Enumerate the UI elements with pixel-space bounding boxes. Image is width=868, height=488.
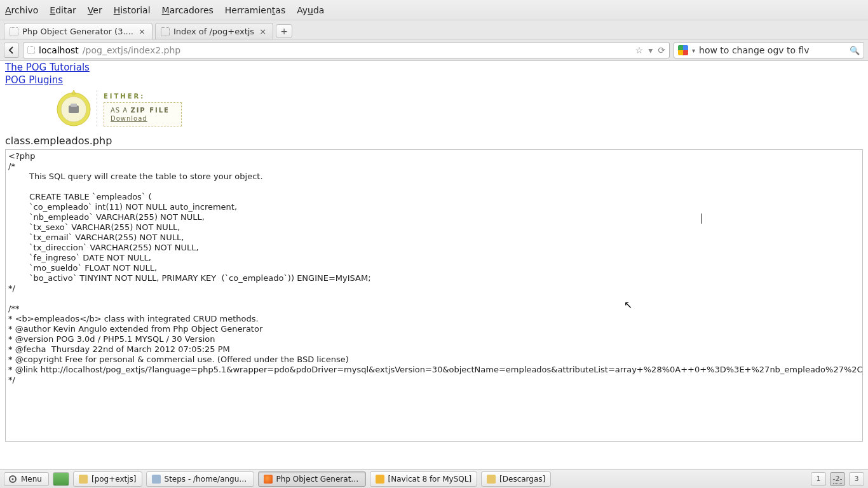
gear-icon	[8, 475, 17, 484]
text-editor-icon	[152, 475, 161, 484]
page-viewport: The POG Tutorials POG Plugins	[0, 61, 868, 469]
back-button[interactable]	[4, 43, 19, 58]
task-label: Php Object Generato...	[276, 475, 360, 484]
link-pog-tutorials[interactable]: The POG Tutorials	[5, 61, 863, 74]
svg-point-5	[12, 478, 14, 480]
tab-index-pog-extjs[interactable]: Index of /pog+extjs ×	[155, 23, 273, 39]
menu-herramientas[interactable]: Herramientas	[225, 5, 285, 15]
start-menu-label: Menu	[21, 475, 42, 484]
zip-download-box: AS A ZIP FILE Download	[104, 102, 182, 126]
url-host: localhost	[39, 45, 79, 55]
code-textarea[interactable]: <?php /* This SQL query will create the …	[5, 149, 863, 442]
tab-pog-generator[interactable]: Php Object Generator (3.... ×	[4, 23, 153, 39]
folder-icon	[487, 475, 496, 484]
gear-badge-icon	[55, 90, 93, 128]
browser-toolbar: localhost/pog_extjs/index2.php ☆ ▾ ⟳ ▾ h…	[0, 39, 868, 61]
task-gedit-steps[interactable]: Steps - /home/angul...	[146, 471, 254, 487]
new-tab-button[interactable]: +	[276, 24, 292, 38]
link-pog-plugins[interactable]: POG Plugins	[5, 74, 863, 86]
search-value: how to change ogv to flv	[699, 45, 846, 55]
reload-icon[interactable]: ⟳	[658, 45, 665, 55]
workspace-3[interactable]: 3	[849, 472, 864, 486]
task-label: [pog+extjs]	[92, 475, 137, 484]
task-navicat[interactable]: [Navicat 8 for MySQL]	[370, 471, 478, 487]
tab-close-icon[interactable]: ×	[137, 27, 147, 36]
menu-ayuda[interactable]: Ayuda	[297, 5, 324, 15]
task-filemanager-descargas[interactable]: [Descargas]	[481, 471, 551, 487]
navicat-icon	[376, 475, 384, 484]
google-icon	[678, 45, 688, 55]
menu-archivo[interactable]: Archivo	[5, 5, 38, 15]
menu-editar[interactable]: Editar	[50, 5, 76, 15]
start-menu-button[interactable]: Menu	[4, 472, 49, 486]
firefox-icon	[264, 475, 273, 484]
search-bar[interactable]: ▾ how to change ogv to flv 🔍	[674, 42, 864, 58]
os-menubar: Archivo Editar Ver Historial Marcadores …	[0, 0, 868, 20]
dropdown-icon[interactable]: ▾	[648, 45, 653, 55]
bookmark-star-icon[interactable]: ☆	[635, 45, 644, 55]
task-firefox-pog[interactable]: Php Object Generato...	[258, 471, 366, 487]
as-a-label: AS A	[111, 107, 130, 114]
text-caret	[702, 214, 702, 224]
tab-favicon	[10, 27, 18, 36]
download-link[interactable]: Download	[111, 115, 170, 122]
browser-tabstrip: Php Object Generator (3.... × Index of /…	[0, 20, 868, 39]
tab-title: Index of /pog+extjs	[173, 27, 254, 36]
task-label: [Descargas]	[499, 475, 545, 484]
workspace-switcher: 1 -2- 3	[811, 472, 864, 486]
class-filename-heading: class.empleados.php	[5, 135, 863, 147]
folder-icon	[79, 475, 88, 484]
task-label: [Navicat 8 for MySQL]	[388, 475, 472, 484]
show-desktop-button[interactable]	[53, 472, 69, 486]
menu-ver[interactable]: Ver	[88, 5, 102, 15]
search-icon[interactable]: 🔍	[850, 46, 860, 55]
workspace-1[interactable]: 1	[811, 472, 826, 486]
vertical-divider	[97, 90, 97, 128]
search-engine-dropdown-icon[interactable]: ▾	[692, 47, 695, 54]
site-identity-icon[interactable]	[27, 46, 35, 54]
url-path: /pog_extjs/index2.php	[83, 45, 180, 55]
code-content: <?php /* This SQL query will create the …	[8, 151, 863, 384]
tab-close-icon[interactable]: ×	[258, 27, 268, 36]
task-label: Steps - /home/angul...	[165, 475, 248, 484]
os-taskbar: Menu [pog+extjs] Steps - /home/angul... …	[0, 469, 868, 488]
svg-rect-3	[71, 104, 77, 107]
url-bar[interactable]: localhost/pog_extjs/index2.php ☆ ▾ ⟳	[23, 42, 670, 58]
tab-favicon	[161, 27, 170, 36]
zip-file-label: ZIP FILE	[130, 107, 170, 114]
menu-historial[interactable]: Historial	[114, 5, 151, 15]
menu-marcadores[interactable]: Marcadores	[162, 5, 214, 15]
workspace-2[interactable]: -2-	[830, 472, 845, 486]
download-section: EITHER: AS A ZIP FILE Download	[55, 90, 863, 128]
either-label: EITHER:	[104, 93, 182, 100]
task-filemanager-pogextjs[interactable]: [pog+extjs]	[73, 471, 142, 487]
tab-title: Php Object Generator (3....	[22, 27, 133, 36]
arrow-left-icon	[7, 46, 16, 55]
